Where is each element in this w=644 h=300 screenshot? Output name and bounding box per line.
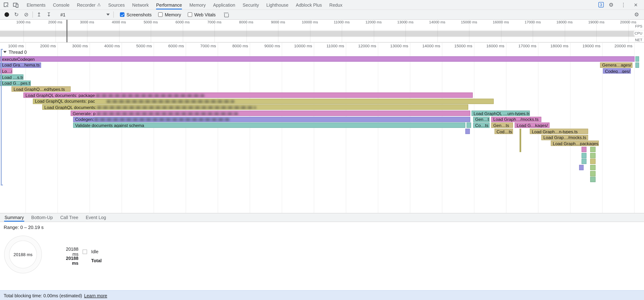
flame-bar[interactable] <box>582 153 586 158</box>
flame-bar[interactable]: Load Grap…/mocks.ts <box>542 135 588 140</box>
flame-bar[interactable]: Generate: p <box>70 111 470 116</box>
tab-adblock-plus[interactable]: Adblock Plus <box>292 0 326 10</box>
donut-total-label: 20188 ms <box>14 252 32 257</box>
timeline-overview[interactable]: 1000 ms2000 ms3000 ms4000 ms5000 ms6000 … <box>0 20 644 43</box>
flame-bar[interactable]: Load G…kages/ <box>514 123 550 128</box>
tab-sources[interactable]: Sources <box>104 0 128 10</box>
flame-tick-label: 19000 ms <box>582 44 602 48</box>
tab-elements[interactable]: Elements <box>23 0 49 10</box>
thread-header[interactable]: Thread 0 <box>3 50 26 55</box>
collapse-arrow-icon[interactable] <box>3 51 6 55</box>
flame-bar[interactable]: Genera…ages/ <box>600 62 632 68</box>
flame-bar[interactable]: Load Gra…hema.ts <box>0 62 41 68</box>
flame-bar[interactable]: Load GraphQL …urn-types.ts <box>472 111 530 116</box>
flame-bar-label: Load Graph…/mocks.ts <box>493 117 538 122</box>
drawer-tab-summary[interactable]: Summary <box>1 213 28 222</box>
flame-bar[interactable]: Gen…ts <box>473 117 490 122</box>
save-profile-button[interactable]: ↧ <box>44 10 54 20</box>
flame-bar[interactable]: Load G…pes.ts <box>0 80 31 86</box>
checkbox-memory[interactable]: Memory <box>158 12 181 17</box>
overview-tick-label: 4000 ms <box>112 20 126 24</box>
flame-bar[interactable] <box>590 159 596 164</box>
flame-bar[interactable]: Load Graph…n-types.ts <box>530 129 588 134</box>
flame-bar[interactable]: Codeg…ges/ <box>603 68 631 74</box>
tab-label: Redux <box>329 2 342 7</box>
load-profile-button[interactable]: ↥ <box>34 10 44 20</box>
tab-lighthouse[interactable]: Lighthouse <box>263 0 292 10</box>
tab-memory[interactable]: Memory <box>186 0 209 10</box>
drawer-tab-event-log[interactable]: Event Log <box>82 213 110 222</box>
flame-bar[interactable]: Co…ts <box>473 123 490 128</box>
drawer-tab-call-tree[interactable]: Call Tree <box>56 213 82 222</box>
flame-bar[interactable] <box>590 177 596 182</box>
capture-settings-gear-icon[interactable]: ⚙ <box>632 10 642 20</box>
checkbox-box[interactable] <box>188 13 192 17</box>
net-lane[interactable] <box>0 37 644 43</box>
flame-bar[interactable]: Load GraphQL documents: <box>42 105 468 110</box>
record-button[interactable] <box>2 10 12 20</box>
console-messages-badge[interactable]: 3 <box>598 2 604 7</box>
flame-bar[interactable]: Cod…ts <box>494 129 513 134</box>
flame-bar[interactable]: Load GraphQL documents: package <box>23 92 473 98</box>
more-options-icon[interactable]: ⋮ <box>618 0 628 9</box>
flame-bar-label: Load G…pes.ts <box>2 81 31 85</box>
checkbox-web-vitals[interactable]: Web Vitals <box>188 12 216 17</box>
flame-bar[interactable]: Load GraphQ…ed/types.ts <box>12 87 70 92</box>
flame-bar[interactable] <box>590 153 596 158</box>
flame-tick-label: 11000 ms <box>326 44 346 48</box>
flame-bar[interactable] <box>466 129 470 134</box>
flame-bar[interactable] <box>582 147 586 152</box>
tab-console[interactable]: Console <box>49 0 73 10</box>
flame-bar-label: Load GraphQL …urn-types.ts <box>474 111 530 116</box>
flame-bar[interactable] <box>636 56 639 62</box>
flame-chart: Thread 0 executeCodegenLoad Gra…hema.tsG… <box>0 43 644 213</box>
checkbox-box[interactable] <box>120 13 124 17</box>
flame-bar[interactable] <box>590 165 596 170</box>
reload-and-record-button[interactable]: ↻ <box>12 10 22 20</box>
tab-security[interactable]: Security <box>239 0 263 10</box>
tab-recorder[interactable]: Recorder⚠ <box>73 0 104 10</box>
learn-more-link[interactable]: Learn more <box>84 293 107 298</box>
clear-button[interactable]: ⊘ <box>22 10 31 20</box>
flame-bar[interactable] <box>636 62 639 68</box>
checkbox-label: Web Vitals <box>194 12 216 17</box>
history-label: #1 <box>60 12 66 17</box>
flame-bar[interactable] <box>467 123 471 128</box>
flame-bar[interactable] <box>579 165 584 170</box>
tab-network[interactable]: Network <box>128 0 152 10</box>
overview-tick-label: 3000 ms <box>80 20 94 24</box>
flame-bar[interactable]: Load Graph…/mocks.ts <box>491 117 542 122</box>
close-icon[interactable]: × <box>631 0 641 9</box>
device-toolbar-icon[interactable] <box>10 0 20 9</box>
flame-bar-label: Generate: p <box>73 111 96 116</box>
flame-bar[interactable]: Load GraphQL documents: pac <box>33 99 494 104</box>
overview-tick-label: 10000 ms <box>302 20 318 24</box>
flame-bar[interactable]: Validate documents against schema <box>73 123 466 128</box>
cpu-lane[interactable] <box>0 30 644 37</box>
drawer-tab-bottom-up[interactable]: Bottom-Up <box>28 213 56 222</box>
history-dropdown[interactable]: #1 <box>58 12 112 17</box>
flame-bar[interactable] <box>582 159 586 164</box>
flame-bar-label: Load Gra…hema.ts <box>2 63 40 68</box>
tab-redux[interactable]: Redux <box>326 0 346 10</box>
settings-gear-icon[interactable]: ⚙ <box>606 0 616 9</box>
checkbox-screenshots[interactable]: Screenshots <box>120 12 152 17</box>
flame-bar[interactable]: Codegen: <box>73 117 470 122</box>
flame-bar[interactable] <box>590 147 596 152</box>
redacted-text <box>96 94 205 97</box>
flame-bar[interactable]: Load Graph…packages/ <box>551 141 599 146</box>
flame-bar[interactable]: Gen…ts <box>491 123 513 128</box>
flame-bar[interactable]: Load …s.ts <box>0 75 23 80</box>
flame-bar[interactable]: executeCodegen <box>0 56 634 62</box>
tab-label: Application <box>213 2 235 7</box>
trash-icon[interactable] <box>224 13 228 17</box>
tab-performance[interactable]: Performance <box>152 0 186 10</box>
flame-bar[interactable] <box>520 129 521 152</box>
flame-bar[interactable] <box>590 171 596 176</box>
lane-label-cpu: CPU <box>634 31 643 36</box>
fps-lane[interactable] <box>0 25 644 30</box>
tab-application[interactable]: Application <box>209 0 239 10</box>
inspect-icon[interactable] <box>1 0 11 9</box>
checkbox-box[interactable] <box>158 13 162 17</box>
legend-row: 20188 msTotal <box>60 256 102 265</box>
